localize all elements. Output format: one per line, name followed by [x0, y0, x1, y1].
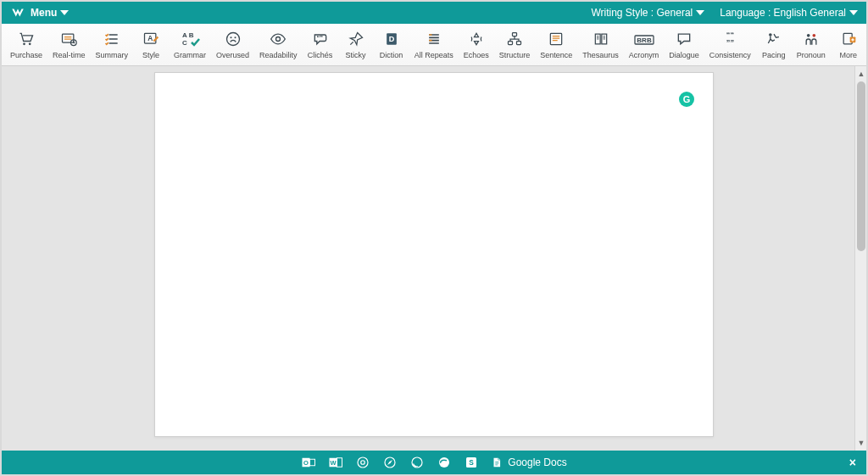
- tool-label: Readability: [259, 51, 298, 59]
- echoes-icon: [467, 30, 486, 48]
- tool-label: Sentence: [540, 51, 572, 59]
- cliches-button[interactable]: “” Clichés: [303, 24, 338, 65]
- readability-button[interactable]: Readability: [254, 24, 303, 65]
- edge-icon[interactable]: [437, 455, 452, 470]
- svg-point-25: [812, 34, 815, 37]
- menu-button[interactable]: Menu: [31, 7, 69, 19]
- consistency-button[interactable]: ““”” Consistency: [704, 24, 756, 65]
- svg-text:W: W: [331, 459, 337, 467]
- svg-point-24: [807, 34, 810, 37]
- svg-text:””: ””: [726, 38, 734, 47]
- svg-rect-16: [508, 42, 512, 45]
- integration-apps: O W S Google Docs: [301, 455, 566, 470]
- pacing-icon: [765, 30, 783, 48]
- realtime-button[interactable]: Real-time: [47, 24, 91, 65]
- pronoun-button[interactable]: Pronoun: [792, 24, 831, 65]
- svg-rect-33: [337, 458, 342, 468]
- tool-label: Echoes: [464, 51, 489, 59]
- google-docs-button[interactable]: Google Docs: [491, 455, 566, 470]
- grammar-button[interactable]: A BC Grammar: [169, 24, 211, 65]
- outlook-icon[interactable]: O: [301, 455, 316, 470]
- work-area: G ▲ ▼: [2, 66, 866, 451]
- overused-button[interactable]: Overused: [211, 24, 254, 65]
- overused-icon: [224, 30, 242, 48]
- chevron-down-icon: [60, 10, 69, 15]
- bottom-bar: O W S Google Docs: [2, 451, 866, 474]
- tool-label: Dialogue: [669, 51, 699, 59]
- style-button[interactable]: A Style: [133, 24, 169, 65]
- svg-rect-2: [63, 34, 74, 42]
- tool-label: Sticky: [346, 51, 366, 59]
- word-icon[interactable]: W: [328, 455, 343, 470]
- toolbar: Purchase Real-time Summary A Style A BC …: [2, 24, 866, 66]
- tool-label: Consistency: [709, 51, 751, 59]
- scroll-thumb[interactable]: [857, 81, 865, 251]
- dialogue-icon: [675, 30, 693, 48]
- tool-label: Real-time: [53, 51, 86, 59]
- readability-icon: [269, 30, 287, 48]
- tool-label: Pronoun: [797, 51, 826, 59]
- purchase-button[interactable]: Purchase: [5, 24, 47, 65]
- svg-rect-18: [551, 33, 562, 44]
- summary-icon: [103, 30, 121, 48]
- svg-point-23: [769, 33, 772, 36]
- tool-label: More: [840, 51, 858, 59]
- language-dropdown[interactable]: Language : English General: [720, 7, 858, 19]
- writing-style-dropdown[interactable]: Writing Style : General: [591, 7, 704, 19]
- svg-point-10: [234, 36, 236, 38]
- structure-button[interactable]: Structure: [494, 24, 536, 65]
- svg-point-35: [361, 461, 365, 465]
- tool-label: Thesaurus: [582, 51, 619, 59]
- tool-label: All Repeats: [415, 51, 453, 59]
- google-docs-label: Google Docs: [508, 456, 566, 468]
- diction-button[interactable]: D Diction: [374, 24, 409, 65]
- pacing-button[interactable]: Pacing: [756, 24, 792, 65]
- tool-label: Overused: [216, 51, 249, 59]
- dialogue-button[interactable]: Dialogue: [664, 24, 704, 65]
- firefox-icon[interactable]: [409, 455, 425, 470]
- google-docs-icon: [491, 455, 503, 470]
- svg-point-0: [23, 43, 25, 46]
- cart-icon: [17, 30, 36, 48]
- svg-rect-30: [310, 459, 315, 466]
- safari-icon[interactable]: [382, 455, 398, 470]
- tool-label: Style: [142, 51, 159, 59]
- svg-text:C: C: [182, 39, 187, 47]
- svg-text:BRB: BRB: [637, 36, 652, 44]
- menu-label: Menu: [31, 7, 57, 19]
- chevron-down-icon: [696, 10, 704, 15]
- tool-label: Acronym: [629, 51, 659, 59]
- vertical-scrollbar[interactable]: ▲ ▼: [854, 66, 866, 451]
- echoes-button[interactable]: Echoes: [459, 24, 494, 65]
- allrepeats-button[interactable]: All Repeats: [409, 24, 459, 65]
- tool-label: Structure: [499, 51, 531, 59]
- sticky-button[interactable]: Sticky: [338, 24, 374, 65]
- thesaurus-button[interactable]: Thesaurus: [577, 24, 624, 65]
- more-button[interactable]: More: [831, 24, 866, 65]
- svg-point-8: [226, 33, 239, 46]
- summary-button[interactable]: Summary: [91, 24, 134, 65]
- svg-text:A: A: [147, 34, 153, 42]
- chevron-down-icon: [849, 10, 858, 15]
- sentence-button[interactable]: Sentence: [535, 24, 577, 65]
- acronym-button[interactable]: BRB Acronym: [624, 24, 665, 65]
- close-button[interactable]: ×: [849, 451, 856, 474]
- scroll-down-icon[interactable]: ▼: [857, 437, 865, 449]
- svg-rect-17: [516, 42, 520, 45]
- svg-point-34: [358, 457, 368, 468]
- document-page[interactable]: G: [154, 72, 714, 437]
- top-bar: Menu Writing Style : General Language : …: [2, 2, 866, 24]
- scroll-up-icon[interactable]: ▲: [857, 68, 865, 80]
- tool-label: Diction: [380, 51, 403, 59]
- tool-label: Clichés: [308, 51, 333, 59]
- scrivener-icon[interactable]: S: [464, 455, 479, 470]
- tool-label: Summary: [96, 51, 129, 59]
- diction-icon: D: [382, 30, 401, 48]
- more-icon: [839, 30, 858, 48]
- tool-label: Purchase: [10, 51, 42, 59]
- consistency-icon: ““””: [721, 30, 739, 48]
- structure-icon: [505, 30, 524, 48]
- extension-badge-icon[interactable]: G: [679, 92, 694, 107]
- svg-text:S: S: [470, 459, 475, 467]
- chrome-icon[interactable]: [355, 455, 370, 470]
